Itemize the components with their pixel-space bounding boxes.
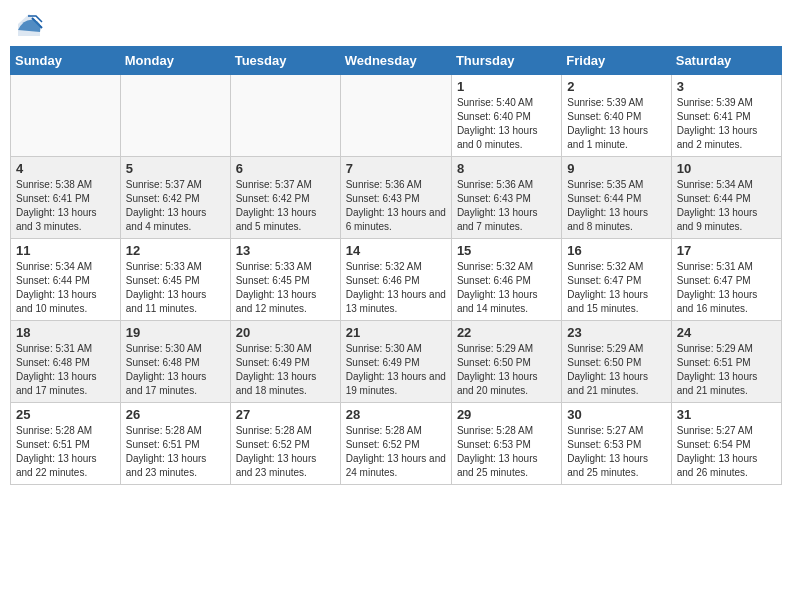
day-info: Sunrise: 5:34 AM Sunset: 6:44 PM Dayligh… xyxy=(677,178,776,234)
calendar-day-cell: 7Sunrise: 5:36 AM Sunset: 6:43 PM Daylig… xyxy=(340,157,451,239)
calendar-day-cell xyxy=(11,75,121,157)
weekday-header-tuesday: Tuesday xyxy=(230,47,340,75)
day-number: 5 xyxy=(126,161,225,176)
calendar-day-cell: 20Sunrise: 5:30 AM Sunset: 6:49 PM Dayli… xyxy=(230,321,340,403)
day-number: 6 xyxy=(236,161,335,176)
day-info: Sunrise: 5:37 AM Sunset: 6:42 PM Dayligh… xyxy=(236,178,335,234)
day-info: Sunrise: 5:39 AM Sunset: 6:41 PM Dayligh… xyxy=(677,96,776,152)
calendar-day-cell: 22Sunrise: 5:29 AM Sunset: 6:50 PM Dayli… xyxy=(451,321,561,403)
calendar-day-cell: 16Sunrise: 5:32 AM Sunset: 6:47 PM Dayli… xyxy=(562,239,671,321)
calendar-week-row: 1Sunrise: 5:40 AM Sunset: 6:40 PM Daylig… xyxy=(11,75,782,157)
calendar-week-row: 25Sunrise: 5:28 AM Sunset: 6:51 PM Dayli… xyxy=(11,403,782,485)
calendar-day-cell: 25Sunrise: 5:28 AM Sunset: 6:51 PM Dayli… xyxy=(11,403,121,485)
day-info: Sunrise: 5:36 AM Sunset: 6:43 PM Dayligh… xyxy=(457,178,556,234)
day-number: 28 xyxy=(346,407,446,422)
day-info: Sunrise: 5:27 AM Sunset: 6:54 PM Dayligh… xyxy=(677,424,776,480)
calendar-day-cell xyxy=(230,75,340,157)
calendar-day-cell: 2Sunrise: 5:39 AM Sunset: 6:40 PM Daylig… xyxy=(562,75,671,157)
calendar-day-cell: 6Sunrise: 5:37 AM Sunset: 6:42 PM Daylig… xyxy=(230,157,340,239)
day-number: 2 xyxy=(567,79,665,94)
calendar-day-cell: 9Sunrise: 5:35 AM Sunset: 6:44 PM Daylig… xyxy=(562,157,671,239)
calendar-day-cell: 15Sunrise: 5:32 AM Sunset: 6:46 PM Dayli… xyxy=(451,239,561,321)
weekday-header-saturday: Saturday xyxy=(671,47,781,75)
logo xyxy=(14,10,46,40)
calendar-day-cell: 23Sunrise: 5:29 AM Sunset: 6:50 PM Dayli… xyxy=(562,321,671,403)
day-number: 16 xyxy=(567,243,665,258)
weekday-header-thursday: Thursday xyxy=(451,47,561,75)
day-info: Sunrise: 5:28 AM Sunset: 6:52 PM Dayligh… xyxy=(346,424,446,480)
weekday-header-row: SundayMondayTuesdayWednesdayThursdayFrid… xyxy=(11,47,782,75)
day-info: Sunrise: 5:29 AM Sunset: 6:50 PM Dayligh… xyxy=(457,342,556,398)
day-info: Sunrise: 5:37 AM Sunset: 6:42 PM Dayligh… xyxy=(126,178,225,234)
day-number: 19 xyxy=(126,325,225,340)
day-number: 14 xyxy=(346,243,446,258)
day-number: 17 xyxy=(677,243,776,258)
day-info: Sunrise: 5:29 AM Sunset: 6:50 PM Dayligh… xyxy=(567,342,665,398)
calendar-day-cell: 4Sunrise: 5:38 AM Sunset: 6:41 PM Daylig… xyxy=(11,157,121,239)
calendar-day-cell: 5Sunrise: 5:37 AM Sunset: 6:42 PM Daylig… xyxy=(120,157,230,239)
day-info: Sunrise: 5:33 AM Sunset: 6:45 PM Dayligh… xyxy=(126,260,225,316)
calendar-day-cell: 28Sunrise: 5:28 AM Sunset: 6:52 PM Dayli… xyxy=(340,403,451,485)
calendar-week-row: 11Sunrise: 5:34 AM Sunset: 6:44 PM Dayli… xyxy=(11,239,782,321)
day-number: 27 xyxy=(236,407,335,422)
calendar-day-cell: 26Sunrise: 5:28 AM Sunset: 6:51 PM Dayli… xyxy=(120,403,230,485)
weekday-header-wednesday: Wednesday xyxy=(340,47,451,75)
calendar-day-cell: 27Sunrise: 5:28 AM Sunset: 6:52 PM Dayli… xyxy=(230,403,340,485)
day-number: 4 xyxy=(16,161,115,176)
calendar-day-cell xyxy=(120,75,230,157)
day-info: Sunrise: 5:39 AM Sunset: 6:40 PM Dayligh… xyxy=(567,96,665,152)
day-number: 18 xyxy=(16,325,115,340)
day-info: Sunrise: 5:33 AM Sunset: 6:45 PM Dayligh… xyxy=(236,260,335,316)
day-info: Sunrise: 5:30 AM Sunset: 6:49 PM Dayligh… xyxy=(346,342,446,398)
day-number: 24 xyxy=(677,325,776,340)
calendar-day-cell: 31Sunrise: 5:27 AM Sunset: 6:54 PM Dayli… xyxy=(671,403,781,485)
calendar-day-cell: 14Sunrise: 5:32 AM Sunset: 6:46 PM Dayli… xyxy=(340,239,451,321)
day-info: Sunrise: 5:30 AM Sunset: 6:48 PM Dayligh… xyxy=(126,342,225,398)
weekday-header-monday: Monday xyxy=(120,47,230,75)
day-info: Sunrise: 5:31 AM Sunset: 6:47 PM Dayligh… xyxy=(677,260,776,316)
weekday-header-sunday: Sunday xyxy=(11,47,121,75)
day-number: 26 xyxy=(126,407,225,422)
day-info: Sunrise: 5:31 AM Sunset: 6:48 PM Dayligh… xyxy=(16,342,115,398)
page-header xyxy=(10,10,782,40)
calendar-day-cell: 3Sunrise: 5:39 AM Sunset: 6:41 PM Daylig… xyxy=(671,75,781,157)
day-number: 9 xyxy=(567,161,665,176)
calendar-day-cell: 10Sunrise: 5:34 AM Sunset: 6:44 PM Dayli… xyxy=(671,157,781,239)
day-info: Sunrise: 5:32 AM Sunset: 6:46 PM Dayligh… xyxy=(457,260,556,316)
calendar-day-cell: 1Sunrise: 5:40 AM Sunset: 6:40 PM Daylig… xyxy=(451,75,561,157)
day-info: Sunrise: 5:29 AM Sunset: 6:51 PM Dayligh… xyxy=(677,342,776,398)
calendar-table: SundayMondayTuesdayWednesdayThursdayFrid… xyxy=(10,46,782,485)
calendar-day-cell: 11Sunrise: 5:34 AM Sunset: 6:44 PM Dayli… xyxy=(11,239,121,321)
day-number: 23 xyxy=(567,325,665,340)
calendar-day-cell: 24Sunrise: 5:29 AM Sunset: 6:51 PM Dayli… xyxy=(671,321,781,403)
day-number: 22 xyxy=(457,325,556,340)
calendar-day-cell: 19Sunrise: 5:30 AM Sunset: 6:48 PM Dayli… xyxy=(120,321,230,403)
day-number: 11 xyxy=(16,243,115,258)
day-info: Sunrise: 5:30 AM Sunset: 6:49 PM Dayligh… xyxy=(236,342,335,398)
day-info: Sunrise: 5:28 AM Sunset: 6:53 PM Dayligh… xyxy=(457,424,556,480)
day-info: Sunrise: 5:34 AM Sunset: 6:44 PM Dayligh… xyxy=(16,260,115,316)
day-info: Sunrise: 5:28 AM Sunset: 6:51 PM Dayligh… xyxy=(126,424,225,480)
calendar-day-cell: 13Sunrise: 5:33 AM Sunset: 6:45 PM Dayli… xyxy=(230,239,340,321)
calendar-week-row: 4Sunrise: 5:38 AM Sunset: 6:41 PM Daylig… xyxy=(11,157,782,239)
day-info: Sunrise: 5:28 AM Sunset: 6:52 PM Dayligh… xyxy=(236,424,335,480)
day-info: Sunrise: 5:27 AM Sunset: 6:53 PM Dayligh… xyxy=(567,424,665,480)
calendar-day-cell: 21Sunrise: 5:30 AM Sunset: 6:49 PM Dayli… xyxy=(340,321,451,403)
day-number: 10 xyxy=(677,161,776,176)
calendar-day-cell: 8Sunrise: 5:36 AM Sunset: 6:43 PM Daylig… xyxy=(451,157,561,239)
day-info: Sunrise: 5:32 AM Sunset: 6:47 PM Dayligh… xyxy=(567,260,665,316)
day-info: Sunrise: 5:38 AM Sunset: 6:41 PM Dayligh… xyxy=(16,178,115,234)
calendar-day-cell: 29Sunrise: 5:28 AM Sunset: 6:53 PM Dayli… xyxy=(451,403,561,485)
day-number: 29 xyxy=(457,407,556,422)
day-number: 13 xyxy=(236,243,335,258)
weekday-header-friday: Friday xyxy=(562,47,671,75)
day-number: 21 xyxy=(346,325,446,340)
day-number: 30 xyxy=(567,407,665,422)
day-info: Sunrise: 5:36 AM Sunset: 6:43 PM Dayligh… xyxy=(346,178,446,234)
day-number: 31 xyxy=(677,407,776,422)
calendar-day-cell: 12Sunrise: 5:33 AM Sunset: 6:45 PM Dayli… xyxy=(120,239,230,321)
day-number: 12 xyxy=(126,243,225,258)
calendar-day-cell xyxy=(340,75,451,157)
calendar-day-cell: 18Sunrise: 5:31 AM Sunset: 6:48 PM Dayli… xyxy=(11,321,121,403)
calendar-day-cell: 30Sunrise: 5:27 AM Sunset: 6:53 PM Dayli… xyxy=(562,403,671,485)
